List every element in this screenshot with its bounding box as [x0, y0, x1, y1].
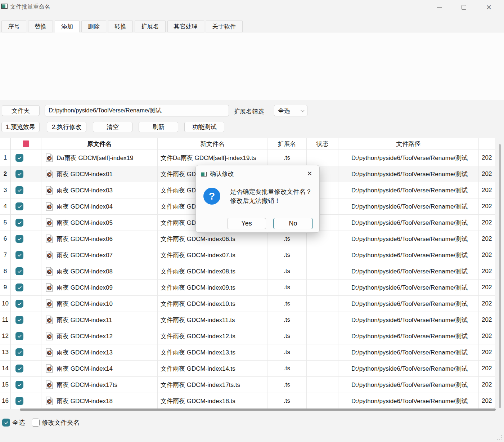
rename-folder-checkbox[interactable] [32, 419, 40, 427]
checkbox-checked-icon[interactable] [15, 397, 23, 405]
preview-button[interactable]: 1.预览效果 [1, 122, 40, 132]
tab-替换[interactable]: 替换 [28, 21, 53, 32]
header-path[interactable]: 文件路径 [338, 138, 479, 150]
media-file-icon [46, 380, 53, 389]
checkbox-checked-icon[interactable] [15, 283, 23, 291]
dialog-close-button[interactable]: ✕ [305, 169, 314, 178]
status [307, 150, 338, 166]
checkbox-checked-icon[interactable] [15, 365, 23, 372]
row-number: 2 [0, 166, 11, 182]
row-check-cell[interactable] [11, 198, 41, 215]
header-original[interactable]: 原文件名 [41, 138, 158, 150]
extension: .ts [267, 312, 307, 328]
original-name: 雨夜 GDCM-index10 [57, 300, 113, 308]
checkbox-checked-icon[interactable] [15, 219, 23, 227]
extension-filter-select[interactable]: 全选 [274, 105, 307, 116]
row-check-cell[interactable] [11, 182, 41, 198]
table-row[interactable]: 10 雨夜 GDCM-index10 文件雨夜 GDCM-index10.ts … [0, 296, 495, 312]
tab-删除[interactable]: 删除 [81, 21, 106, 32]
window-title: 文件批量重命名 [10, 3, 50, 11]
row-check-cell[interactable] [11, 393, 41, 409]
select-all-control[interactable]: 全选 [2, 418, 25, 427]
table-row[interactable]: 8 雨夜 GDCM-index08 文件雨夜 GDCM-index08.ts .… [0, 263, 495, 280]
header-new[interactable]: 新文件名 [158, 138, 267, 150]
dialog-app-icon [201, 172, 207, 177]
table-row[interactable]: 9 雨夜 GDCM-index09 文件雨夜 GDCM-index09.ts .… [0, 280, 495, 296]
row-check-cell[interactable] [11, 312, 41, 328]
row-check-cell[interactable] [11, 247, 41, 263]
file-path: D:/python/pyside6/ToolVerse/Rename/测试 [338, 263, 479, 280]
minimize-icon [437, 7, 442, 8]
resize-grip[interactable] [497, 435, 501, 439]
tab-序号[interactable]: 序号 [1, 21, 26, 32]
table-row[interactable]: 16 雨夜 GDCM-index18 文件雨夜 GDCM-index18.ts … [0, 393, 495, 409]
refresh-button[interactable]: 刷新 [139, 122, 178, 132]
tab-转换[interactable]: 转换 [108, 21, 133, 32]
checkbox-checked-icon[interactable] [15, 186, 23, 194]
checkbox-checked-icon[interactable] [15, 235, 23, 243]
table-row[interactable]: 15 雨夜 GDCM-index17ts 文件雨夜 GDCM-index17ts… [0, 377, 495, 393]
header-status[interactable]: 状态 [307, 138, 338, 150]
horizontal-scrollbar[interactable] [20, 408, 496, 411]
clear-button[interactable]: 清空 [93, 122, 132, 132]
row-number: 1 [0, 150, 11, 166]
file-path: D:/python/pyside6/ToolVerse/Rename/测试 [338, 312, 479, 328]
row-check-cell[interactable] [11, 215, 41, 231]
row-check-cell[interactable] [11, 231, 41, 247]
folder-path-input[interactable]: D:/python/pyside6/ToolVerse/Rename/测试 [45, 105, 229, 116]
table-row[interactable]: 6 雨夜 GDCM-index06 文件雨夜 GDCM-index06.ts .… [0, 231, 495, 247]
new-name: 文件雨夜 GDCM-index08.ts [158, 263, 267, 280]
table-row[interactable]: 7 雨夜 GDCM-index07 文件雨夜 GDCM-index07.ts .… [0, 247, 495, 263]
checkbox-checked-icon[interactable] [15, 251, 23, 259]
table-row[interactable]: 11 雨夜 GDCM-index11 文件雨夜 GDCM-index11.ts … [0, 312, 495, 328]
header-extra[interactable] [479, 138, 495, 150]
header-checkbox[interactable] [11, 138, 41, 150]
table-row[interactable]: 14 雨夜 GDCM-index14 文件雨夜 GDCM-index14.ts … [0, 361, 495, 377]
select-all-checkbox[interactable] [2, 419, 10, 427]
checkbox-checked-icon[interactable] [15, 348, 23, 356]
checkbox-checked-icon[interactable] [15, 170, 23, 178]
row-check-cell[interactable] [11, 361, 41, 377]
folder-path-value: D:/python/pyside6/ToolVerse/Rename/测试 [49, 107, 162, 115]
row-check-cell[interactable] [11, 377, 41, 393]
file-path: D:/python/pyside6/ToolVerse/Rename/测试 [338, 231, 479, 247]
tab-关于软件[interactable]: 关于软件 [206, 21, 243, 32]
close-button[interactable]: ✕ [482, 2, 496, 12]
table-row[interactable]: 12 雨夜 GDCM-index12 文件雨夜 GDCM-index12.ts … [0, 328, 495, 344]
vertical-scrollbar[interactable] [499, 144, 501, 408]
table-row[interactable]: 13 雨夜 GDCM-index13 文件雨夜 GDCM-index13.ts … [0, 344, 495, 361]
checkbox-checked-icon[interactable] [15, 316, 23, 324]
table-row[interactable]: 1 Da雨夜 GDCM[self]-index19 文件Da雨夜 GDCM[se… [0, 150, 495, 166]
maximize-button[interactable] [456, 2, 471, 12]
extension: .ts [267, 247, 307, 263]
rename-folder-control[interactable]: 修改文件夹名 [32, 418, 80, 427]
dialog-titlebar: 确认修改 [201, 170, 234, 178]
header-ext[interactable]: 扩展名 [267, 138, 307, 150]
row-check-cell[interactable] [11, 263, 41, 280]
checkbox-checked-icon[interactable] [15, 332, 23, 340]
original-name-cell: 雨夜 GDCM-index05 [41, 215, 158, 231]
original-name-cell: 雨夜 GDCM-index08 [41, 263, 158, 280]
row-check-cell[interactable] [11, 296, 41, 312]
execute-button[interactable]: 2.执行修改 [47, 122, 86, 132]
checkbox-checked-icon[interactable] [15, 154, 23, 162]
tab-添加[interactable]: 添加 [55, 21, 80, 32]
checkbox-checked-icon[interactable] [15, 300, 23, 308]
row-check-cell[interactable] [11, 280, 41, 296]
row-check-cell[interactable] [11, 344, 41, 361]
extension: .ts [267, 296, 307, 312]
yes-button[interactable]: Yes [227, 218, 266, 229]
minimize-button[interactable] [432, 2, 446, 12]
checkbox-checked-icon[interactable] [15, 267, 23, 275]
row-check-cell[interactable] [11, 328, 41, 344]
checkbox-checked-icon[interactable] [15, 381, 23, 389]
row-check-cell[interactable] [11, 166, 41, 182]
checkbox-checked-icon[interactable] [15, 202, 23, 210]
tab-其它处理[interactable]: 其它处理 [167, 21, 204, 32]
test-button[interactable]: 功能测试 [184, 122, 224, 132]
folder-button[interactable]: 文件夹 [2, 105, 40, 116]
extension: .ts [267, 231, 307, 247]
no-button[interactable]: No [273, 218, 313, 229]
row-check-cell[interactable] [11, 150, 41, 166]
tab-扩展名[interactable]: 扩展名 [135, 21, 166, 32]
